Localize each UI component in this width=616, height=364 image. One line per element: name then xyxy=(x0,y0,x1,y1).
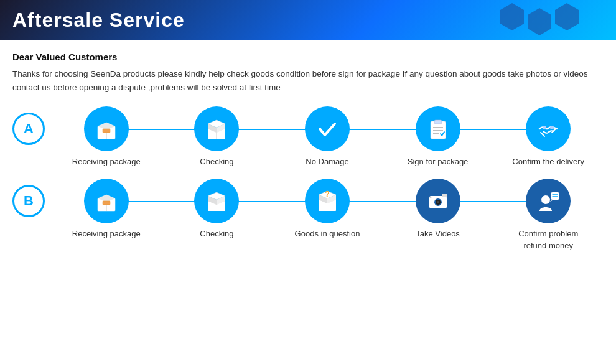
open-box-icon xyxy=(203,115,230,142)
checking-a-icon xyxy=(194,106,239,151)
step-label: Confirm problem refund money xyxy=(511,228,586,251)
step-label: Sign for package xyxy=(408,156,469,167)
svg-text:?: ? xyxy=(325,190,329,198)
step-receiving-package-a: Receiving package xyxy=(51,106,162,167)
svg-rect-36 xyxy=(442,194,447,197)
hex-2 xyxy=(528,8,551,35)
checkmark-icon xyxy=(314,115,341,142)
svg-point-35 xyxy=(437,201,439,203)
clipboard-icon xyxy=(424,115,452,142)
svg-rect-11 xyxy=(434,120,442,124)
svg-rect-20 xyxy=(103,201,110,205)
take-videos-icon xyxy=(416,179,460,223)
step-label: No Damage xyxy=(306,156,348,167)
no-damage-icon xyxy=(305,106,350,151)
open-box-b-icon xyxy=(203,187,230,215)
step-receiving-package-b: Receiving package xyxy=(51,179,162,240)
row-b: B Receiving package xyxy=(12,179,604,251)
handshake-icon xyxy=(534,115,562,142)
row-a-steps: Receiving package Checking xyxy=(51,106,604,167)
sign-for-package-icon xyxy=(416,106,460,151)
content-area: Dear Valued Customers Thanks for choosin… xyxy=(0,40,616,269)
checking-b-icon xyxy=(194,179,239,223)
hex-1 xyxy=(500,3,524,30)
row-b-label: B xyxy=(12,185,45,217)
svg-rect-3 xyxy=(103,129,110,133)
svg-point-15 xyxy=(543,126,546,129)
confirm-delivery-icon xyxy=(526,106,571,151)
step-confirm-delivery: Confirm the delivery xyxy=(493,106,604,167)
step-label: Receiving package xyxy=(72,156,141,167)
camera-icon xyxy=(424,187,452,215)
step-label: Receiving package xyxy=(72,228,141,240)
step-sign-for-package: Sign for package xyxy=(383,106,493,167)
row-a: A Receiving package xyxy=(12,106,604,167)
step-checking-b: Checking xyxy=(162,179,273,240)
step-confirm-problem: Confirm problem refund money xyxy=(493,179,604,251)
svg-point-38 xyxy=(541,195,550,204)
goods-in-question-icon: ? xyxy=(305,179,350,223)
step-goods-in-question: ? Goods in question xyxy=(272,179,383,240)
hex-decoration xyxy=(500,3,579,35)
receiving-package-a-icon xyxy=(84,106,129,151)
step-label: Confirm the delivery xyxy=(512,156,584,167)
hex-3 xyxy=(555,3,579,30)
step-label: Checking xyxy=(200,156,233,167)
step-checking-a: Checking xyxy=(162,106,273,167)
step-no-damage: No Damage xyxy=(272,106,383,167)
svg-point-37 xyxy=(429,197,431,198)
step-label: Goods in question xyxy=(295,228,360,240)
box-icon xyxy=(93,115,120,142)
row-a-label: A xyxy=(12,113,45,145)
row-b-steps: Receiving package Checking xyxy=(51,179,604,251)
support-icon xyxy=(534,187,562,215)
description-text: Thanks for choosing SeenDa products plea… xyxy=(12,67,604,94)
step-label: Take Videos xyxy=(416,228,460,240)
svg-rect-39 xyxy=(551,192,559,200)
confirm-problem-icon xyxy=(526,179,571,223)
step-take-videos: Take Videos xyxy=(383,179,493,240)
svg-point-16 xyxy=(550,126,554,129)
receiving-package-b-icon xyxy=(84,179,129,223)
box-b-icon xyxy=(93,187,120,215)
step-label: Checking xyxy=(200,228,233,240)
header-title: Aftersale Service xyxy=(12,9,185,32)
question-box-icon: ? xyxy=(314,187,341,215)
greeting-text: Dear Valued Customers xyxy=(12,52,604,62)
header: Aftersale Service xyxy=(0,0,616,40)
